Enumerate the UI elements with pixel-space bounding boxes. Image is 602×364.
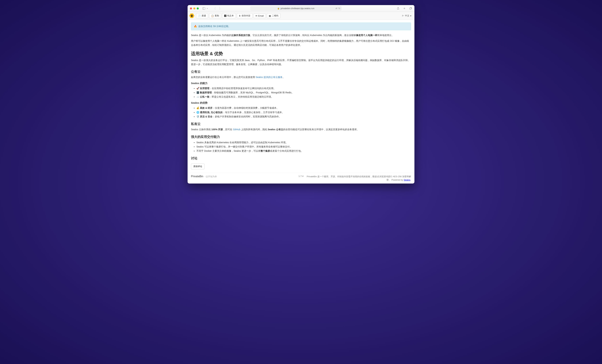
new-button[interactable]: 📄新建 [196, 13, 208, 18]
sealos-public-cloud-link[interactable]: Sealos 提供的公有云服务 [256, 76, 282, 78]
translate-icon[interactable]: ⇄ [335, 7, 337, 10]
heading-abilities: Sealos 的能力 [191, 82, 411, 85]
database-icon: 🗄️ [196, 91, 199, 94]
heading-public-cloud: 公有云 [191, 70, 411, 74]
heading-private-cloud: 私有云 [191, 122, 411, 126]
sidebar-toggle-icon[interactable] [203, 7, 205, 10]
list-item: 不同于 Docker 主要关注单机镜像，Sealos 更进一步，可以将整个集群或… [196, 149, 411, 153]
list-item: 🚀应用管理：在应用商店中轻松管理并快速发布可公网访问的分布式应用。 [196, 86, 411, 91]
github-link[interactable]: GitHub [233, 128, 240, 131]
list-item: Sealos 具备优秀的 Kubernetes 生命周期管理能力，还可以自由定制… [196, 140, 411, 145]
new-tab-icon[interactable] [403, 7, 406, 10]
url-text: privatebin-chnllwam.bja.sealos.run [280, 7, 314, 10]
file-icon: 📄 [198, 15, 201, 17]
app-toolbar: 📄新建 📋复制 🅰纯文本 ⬇保存内容 ✉Email ▦二维码 🏳 中文 ▾ [188, 12, 414, 20]
copy-icon: 📋 [211, 15, 214, 17]
expiry-alert: 🔥 这份文档将在 59 分钟后过期。 [191, 22, 411, 30]
copy-button[interactable]: 📋复制 [209, 13, 221, 18]
envelope-icon: ✉ [256, 15, 257, 17]
email-button[interactable]: ✉Email [253, 13, 266, 18]
reload-icon[interactable]: ↻ [338, 7, 340, 10]
browser-titlebar: ▾ 〈 〉 🔒 privatebin-chnllwam.bja.sealos.r… [188, 5, 414, 12]
chevron-down-icon[interactable]: ▾ [207, 8, 208, 9]
tabs-icon[interactable] [409, 7, 412, 10]
delivery-list: Sealos 具备优秀的 Kubernetes 生命周期管理能力，还可以自由定制… [191, 140, 411, 153]
rocket-icon: 🚀 [196, 87, 199, 90]
language-switcher[interactable]: 🏳 中文 ▾ [400, 13, 413, 18]
nav-arrows: 〈 〉 [213, 6, 222, 10]
globe-icon: 🌐 [196, 111, 199, 114]
add-comment-button[interactable]: 添加评论 [191, 164, 204, 169]
list-item: 🛡️灵活 & 安全：多租户共享机制在确保安全的同时，实现资源隔离与高效协作。 [196, 114, 411, 119]
window-controls [190, 7, 199, 10]
heading-delivery: 强大的应用交付能力 [191, 135, 411, 139]
list-item: 💰高效 & 经济：仅需为容器付费，自动伸缩杜绝资源浪费，大幅度节省成本。 [196, 106, 411, 110]
alert-text: 这份文档将在 59 分钟后过期。 [198, 25, 231, 28]
heading-advantages: Sealos 的优势 [191, 101, 411, 104]
heading-discussion: 讨论 [191, 156, 411, 161]
private-cloud-paragraph: Sealos 云操作系统 100% 开源，您可在 GitHub 上找到所有源代码… [191, 127, 411, 132]
money-icon: 💰 [196, 106, 199, 109]
save-button[interactable]: ⬇保存内容 [237, 13, 252, 18]
footer-motto: - 以不知为幸 [204, 175, 217, 178]
list-item: 🗄️数据库管理：秒级创建高可用数据库，支持 MySQL、PostgreSQL、M… [196, 91, 411, 95]
intro-paragraph-2: 用户将可以像使用个人电脑一样在 Kubernetes 上一键安装任意高可用分布式… [191, 39, 411, 47]
forward-button[interactable]: 〉 [219, 6, 222, 10]
flag-icon: 🏳 [402, 15, 404, 17]
browser-right-icons [397, 7, 412, 10]
maximize-window-button[interactable] [197, 7, 199, 10]
sealos-link[interactable]: Sealos [404, 179, 410, 181]
minimize-window-button[interactable] [193, 7, 195, 10]
heading-scenarios: 适用场景 & 优势 [191, 51, 411, 57]
browser-window: ▾ 〈 〉 🔒 privatebin-chnllwam.bja.sealos.r… [188, 5, 414, 184]
share-icon[interactable] [397, 7, 399, 10]
address-bar[interactable]: 🔒 privatebin-chnllwam.bja.sealos.run ⇄ ↻ [250, 6, 342, 11]
shield-icon: 🛡️ [196, 115, 199, 118]
list-item: ☁️公私一致：即是公有云也是私有云，支持传统应用无缝迁移到云环境。 [196, 95, 411, 99]
svg-rect-0 [410, 8, 411, 9]
privatebin-logo[interactable] [189, 13, 194, 18]
plaintext-button[interactable]: 🅰纯文本 [222, 13, 236, 18]
caret-down-icon: ▾ [410, 15, 411, 17]
text-icon: 🅰 [224, 15, 226, 17]
advantages-list: 💰高效 & 经济：仅需为容器付费，自动伸缩杜绝资源浪费，大幅度节省成本。 🌐通用… [191, 106, 411, 119]
public-cloud-paragraph: 如果您的业务需要运行在公有云环境中，那么您可以直接使用 Sealos 提供的公有… [191, 75, 411, 79]
download-icon: ⬇ [239, 15, 241, 17]
footer-version: 1.7.4 [299, 175, 303, 177]
footer: PrivateBin - 以不知为幸 1.7.4 PrivateBin 是一个极… [188, 173, 414, 184]
qrcode-button[interactable]: ▦二维码 [267, 13, 280, 18]
list-item: Sealos 可以将整个集群打包，并一键交付到客户环境中。所有服务和业务都可以整… [196, 145, 411, 149]
abilities-list: 🚀应用管理：在应用商店中轻松管理并快速发布可公网访问的分布式应用。 🗄️数据库管… [191, 86, 411, 99]
back-button[interactable]: 〈 [213, 6, 216, 10]
list-item: 🌐通用性强, 无心智负担：专注于业务本身，无需担心复杂性，几乎没有学习成本。 [196, 110, 411, 114]
fire-icon: 🔥 [194, 25, 197, 28]
lock-icon: 🔒 [277, 7, 280, 10]
close-window-button[interactable] [190, 7, 192, 10]
footer-brand: PrivateBin [191, 175, 203, 178]
document-body: Sealos 是一款以 Kubernetes 为内核的云操作系统发行版。它以云原… [191, 33, 411, 169]
content-area: 🔥 这份文档将在 59 分钟后过期。 Sealos 是一款以 Kubernete… [188, 20, 414, 173]
intro-paragraph-1: Sealos 是一款以 Kubernetes 为内核的云操作系统发行版。它以云原… [191, 33, 411, 37]
cloud-icon: ☁️ [196, 95, 199, 98]
qrcode-icon: ▦ [269, 15, 271, 17]
scenarios-paragraph: Sealos 是一款强大的业务运行平台，它能完美支持 Java、Go、Pytho… [191, 58, 411, 66]
footer-description: PrivateBin 是一个极简、开源、对粘贴内容毫不知情的在线粘贴板，数据在浏… [306, 175, 411, 181]
